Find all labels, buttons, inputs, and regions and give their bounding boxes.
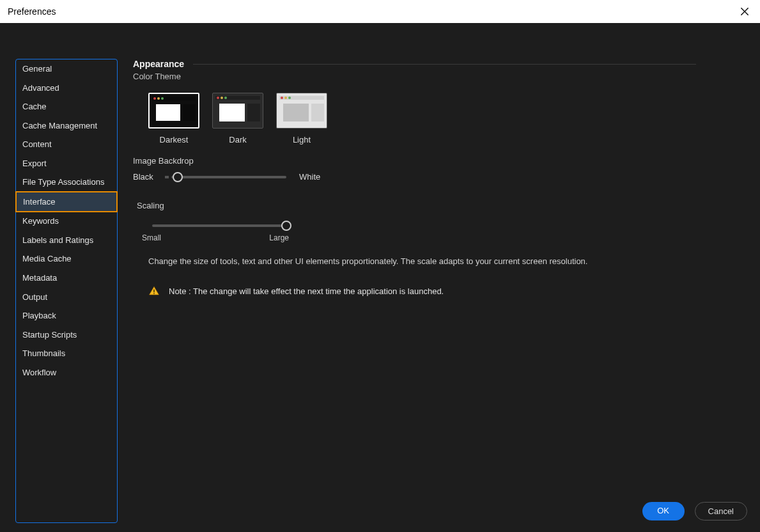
cancel-button[interactable]: Cancel bbox=[695, 502, 747, 520]
sidebar-item-export[interactable]: Export bbox=[16, 154, 117, 173]
theme-swatch-dark bbox=[212, 93, 263, 129]
sidebar-item-startup-scripts[interactable]: Startup Scripts bbox=[16, 325, 117, 345]
svg-rect-1 bbox=[153, 293, 155, 294]
theme-option-darkest[interactable]: Darkest bbox=[148, 93, 199, 145]
sidebar-item-labels-and-ratings[interactable]: Labels and Ratings bbox=[16, 231, 117, 250]
scaling-description: Change the size of tools, text and other… bbox=[148, 256, 696, 266]
dialog-body: GeneralAdvancedCacheCache ManagementCont… bbox=[0, 23, 760, 532]
backdrop-max-label: White bbox=[299, 172, 327, 182]
sidebar-item-cache[interactable]: Cache bbox=[16, 97, 117, 116]
scaling-max-label: Large bbox=[269, 233, 289, 242]
scaling-slider-thumb[interactable] bbox=[281, 221, 291, 231]
sidebar-item-keywords[interactable]: Keywords bbox=[16, 212, 117, 231]
theme-swatch-darkest bbox=[148, 93, 199, 129]
sidebar-item-output[interactable]: Output bbox=[16, 288, 117, 307]
scaling-heading: Scaling bbox=[137, 201, 696, 210]
sidebar-item-media-cache[interactable]: Media Cache bbox=[16, 249, 117, 269]
theme-option-dark[interactable]: Dark bbox=[212, 93, 263, 145]
theme-label-light: Light bbox=[293, 135, 311, 145]
scaling-note: Note : The change will take effect the n… bbox=[169, 286, 444, 296]
sidebar-item-general[interactable]: General bbox=[16, 59, 117, 79]
sidebar-item-advanced[interactable]: Advanced bbox=[16, 79, 117, 98]
sidebar-item-playback[interactable]: Playback bbox=[16, 306, 117, 325]
dialog-footer: OK Cancel bbox=[642, 502, 747, 520]
category-sidebar: GeneralAdvancedCacheCache ManagementCont… bbox=[15, 59, 118, 523]
theme-option-light[interactable]: Light bbox=[276, 93, 327, 145]
backdrop-slider-thumb[interactable] bbox=[173, 172, 183, 182]
sidebar-item-content[interactable]: Content bbox=[16, 135, 117, 154]
backdrop-slider[interactable] bbox=[171, 176, 286, 178]
sidebar-item-workflow[interactable]: Workflow bbox=[16, 363, 117, 382]
divider bbox=[193, 64, 696, 65]
appearance-header: Appearance bbox=[133, 59, 696, 69]
scaling-min-label: Small bbox=[142, 233, 161, 242]
close-button[interactable] bbox=[737, 4, 752, 19]
sidebar-item-thumbnails[interactable]: Thumbnails bbox=[16, 344, 117, 363]
warning-icon bbox=[148, 285, 160, 297]
sidebar-item-interface[interactable]: Interface bbox=[15, 191, 118, 213]
sidebar-item-file-type-associations[interactable]: File Type Associations bbox=[16, 173, 117, 192]
main-panel: Appearance Color Theme Darkest Dark Ligh… bbox=[133, 59, 696, 297]
image-backdrop-label: Image Backdrop bbox=[133, 156, 696, 166]
theme-swatch-light bbox=[276, 93, 327, 129]
sidebar-item-metadata[interactable]: Metadata bbox=[16, 269, 117, 288]
appearance-title: Appearance bbox=[133, 59, 184, 69]
scaling-slider[interactable] bbox=[152, 224, 286, 227]
sidebar-item-cache-management[interactable]: Cache Management bbox=[16, 116, 117, 136]
theme-label-darkest: Darkest bbox=[160, 135, 189, 145]
color-theme-label: Color Theme bbox=[133, 72, 696, 81]
backdrop-min-label: Black bbox=[133, 172, 161, 182]
titlebar: Preferences bbox=[0, 0, 760, 23]
ok-button[interactable]: OK bbox=[642, 502, 685, 520]
close-icon bbox=[740, 7, 749, 16]
svg-rect-0 bbox=[153, 290, 155, 293]
theme-label-dark: Dark bbox=[229, 135, 246, 145]
window-title: Preferences bbox=[8, 6, 56, 17]
